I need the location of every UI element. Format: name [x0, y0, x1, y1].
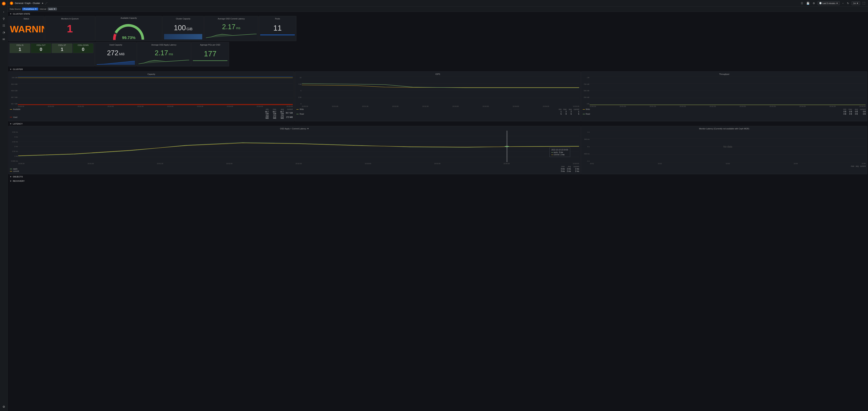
osds-down-value: 0 — [73, 46, 93, 52]
time-range-label: Last 5 minutes — [823, 2, 835, 4]
cluster-state-header[interactable]: ▼ CLUSTER STATE — [7, 12, 868, 16]
tooltip-commit: 2 ms — [561, 154, 564, 156]
sidebar-bell-icon[interactable]: ✉ — [1, 36, 7, 42]
datasource-label: Data Source — [10, 8, 21, 10]
cluster-title: CLUSTER — [13, 68, 23, 70]
settings-icon-btn[interactable]: ⚙ — [812, 1, 816, 5]
zoom-out-btn[interactable]: − — [841, 1, 844, 5]
used-capacity-title: Used Capacity — [97, 44, 135, 46]
monitor-stat-avg: avg — [856, 165, 859, 167]
used-capacity-value: 272 — [107, 49, 118, 57]
monitor-stat-max: max — [851, 165, 854, 167]
gauge-svg: 99.73% — [111, 22, 147, 41]
sidebar-compass-icon[interactable]: ◔ — [1, 30, 7, 35]
sidebar-dashboards-icon[interactable]: ☷ — [1, 23, 7, 28]
used-sparkline — [97, 58, 135, 65]
objects-chevron: ▼ — [10, 176, 12, 178]
osd-latency-title: OSD Apply + Commit Latency — [280, 128, 306, 130]
avg-osd-commit-value: 2.17 — [222, 23, 236, 31]
avg-osd-apply-unit: ms — [169, 53, 173, 56]
time-range-picker[interactable]: 🕐 Last 5 minutes ▼ — [817, 1, 840, 5]
avg-pgs-value: 177 — [204, 49, 216, 58]
cluster-capacity-value: 100 — [174, 24, 186, 32]
status-value: WARNING — [10, 21, 43, 36]
grafana-small-logo — [10, 1, 13, 5]
osd-latency-panel: OSD Apply + Commit Latency ▼ 3.50 ms3 ms… — [8, 126, 581, 174]
objects-title: OBJECTS — [13, 176, 23, 178]
star-icon[interactable]: ★ — [41, 2, 43, 4]
used-capacity-panel: Used Capacity 272 MiB — [95, 42, 136, 66]
osds-up-box: OSDs UP 1 — [52, 43, 72, 53]
expand-btn[interactable]: ⛶ — [862, 1, 866, 5]
osds-out-value: 0 — [31, 46, 51, 52]
pools-value: 11 — [273, 24, 282, 32]
throughput-chart-panel: Throughput 1 B750 mB500 mB250 mB0 B — [581, 71, 867, 121]
avg-osd-apply-panel: Average OSD Apply Latency 2.17 ms — [137, 42, 191, 66]
osds-out-label: OSDs OUT — [31, 44, 51, 46]
iops-chart-title: IOPS — [297, 73, 579, 75]
monitors-panel: Monitors In Quorum 1 — [45, 16, 95, 41]
toolbar: Data Source Prometheus ▼ Interval auto ▼ — [7, 6, 868, 12]
avg-pgs-panel: Agerage PGs per OSD 177 — [191, 42, 229, 66]
throughput-chart-title: Throughput — [583, 73, 866, 75]
datasource-value-text: Prometheus — [24, 8, 34, 10]
cluster-capacity-title: Cluster Capacity — [164, 18, 202, 20]
available-capacity-panel: Available Capacity 99.73% — [95, 16, 162, 41]
latency-header[interactable]: ▼ LATENCY — [7, 122, 868, 126]
svg-text:99.73%: 99.73% — [122, 35, 135, 40]
osd-latency-chevron[interactable]: ▼ — [307, 128, 309, 130]
throughput-svg — [590, 76, 866, 105]
datasource-value-badge[interactable]: Prometheus ▼ — [22, 7, 38, 10]
sidebar-search-icon[interactable]: ⚲ — [1, 16, 7, 22]
latency-tooltip: 2022-10-18 15:54:00 apply: 2 ms commit: … — [550, 147, 570, 157]
chart-icon-btn[interactable]: ☷ — [800, 1, 804, 5]
svg-point-2 — [3, 3, 4, 4]
cluster-header[interactable]: ▼ CLUSTER — [7, 67, 868, 71]
cluster-chevron: ▼ — [10, 68, 12, 70]
latency-chevron: ▼ — [10, 123, 12, 125]
latency-title: LATENCY — [13, 123, 23, 125]
osds-in-box: OSDs IN 1 — [9, 43, 30, 53]
avg-osd-commit-title: Average OSD Commit Latency — [206, 18, 257, 20]
clock-icon: 🕐 — [819, 2, 822, 4]
osds-up-label: OSDs UP — [52, 44, 72, 46]
objects-header[interactable]: ▼ OBJECTS — [7, 175, 868, 178]
avg-osd-commit-panel: Average OSD Commit Latency 2.17 ms — [204, 16, 258, 41]
osds-down-label: OSDs DOWN — [73, 44, 93, 46]
status-panel: Status WARNING — [8, 16, 44, 41]
osds-in-label: OSDs IN — [10, 44, 30, 46]
interval-chevron: ▼ — [857, 2, 859, 4]
interval-btn[interactable]: 1m ▼ — [851, 1, 860, 5]
recovery-header[interactable]: ▼ RECOVERY — [7, 179, 868, 183]
interval-select-value: auto — [49, 8, 53, 10]
svg-marker-12 — [18, 104, 293, 105]
tooltip-apply: 2 ms — [559, 151, 563, 153]
monitor-latency-panel: Monitor Latency (Currently not available… — [581, 126, 867, 174]
apply-sparkline — [138, 58, 189, 65]
cluster-state-chevron: ▼ — [10, 13, 12, 15]
sidebar-chevron-icon[interactable]: › — [1, 9, 7, 15]
commit-sparkline — [206, 32, 257, 39]
monitor-stat-current: current — [860, 165, 866, 167]
available-title: Available Capacity — [96, 17, 161, 19]
interval-select-chevron: ▼ — [54, 8, 56, 10]
osds-panel: OSDs IN 1 OSDs OUT 0 OSDs UP 1 OSDs DOWN… — [8, 42, 95, 66]
iops-svg — [302, 76, 579, 105]
interval-select[interactable]: auto ▼ — [48, 7, 57, 10]
iops-chart-panel: IOPS 107.5052.500 — [295, 71, 581, 121]
avg-pgs-title: Agerage PGs per OSD — [193, 44, 227, 46]
status-title: Status — [10, 18, 43, 20]
sidebar: › ⚲ ☷ ◔ ✉ ⚙ — [0, 0, 7, 183]
cluster-capacity-panel: Cluster Capacity 100 GiB — [162, 16, 204, 41]
capacity-chart-panel: Capacity 100 GiB 99.9 GiB 99.8 GiB 99.7 … — [8, 71, 294, 121]
osds-out-box: OSDs OUT 0 — [31, 43, 51, 53]
grafana-logo-icon[interactable] — [1, 1, 7, 6]
chevron-down-icon: ▼ — [836, 2, 838, 4]
monitors-value: 1 — [46, 21, 93, 37]
save-icon-btn[interactable]: 💾 — [806, 1, 810, 5]
recovery-chevron: ▼ — [10, 180, 12, 182]
share-icon[interactable]: ⋰ — [45, 2, 48, 4]
osds-in-value: 1 — [10, 46, 30, 52]
avg-osd-apply-value: 2.17 — [155, 49, 168, 57]
refresh-btn[interactable]: ↻ — [846, 1, 850, 5]
